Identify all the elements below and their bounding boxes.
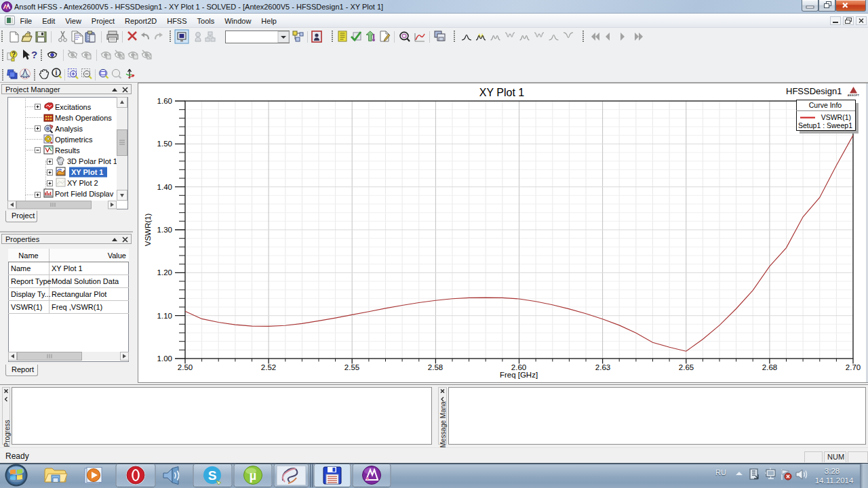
svg-text:Optimetrics: Optimetrics — [55, 136, 93, 144]
svg-text:2.55: 2.55 — [344, 363, 359, 371]
svg-text:Curve Info: Curve Info — [809, 101, 842, 109]
svg-text:µ: µ — [250, 469, 256, 483]
svg-text:1.40: 1.40 — [157, 183, 172, 191]
svg-text:Value: Value — [108, 251, 126, 260]
svg-text:1.00: 1.00 — [157, 354, 172, 363]
svg-text:1.60: 1.60 — [157, 97, 172, 105]
svg-text:Analysis: Analysis — [55, 125, 83, 133]
svg-text:ANSOFT: ANSOFT — [848, 94, 860, 97]
svg-text:VSWR(1): VSWR(1) — [821, 113, 851, 121]
svg-text:Name: Name — [18, 251, 38, 260]
svg-text:VSWR(1): VSWR(1) — [11, 303, 42, 311]
svg-text:2.52: 2.52 — [261, 363, 276, 371]
svg-text:VSWR(1): VSWR(1) — [144, 214, 152, 247]
svg-text:Excitations: Excitations — [55, 103, 92, 111]
svg-text:1.30: 1.30 — [157, 226, 172, 234]
svg-text:2.50: 2.50 — [178, 363, 193, 371]
svg-text:XY Plot 1: XY Plot 1 — [479, 87, 525, 98]
svg-text:2.68: 2.68 — [762, 363, 777, 371]
svg-text:i: i — [56, 69, 58, 77]
svg-text:3D Polar Plot 1: 3D Polar Plot 1 — [67, 157, 117, 165]
svg-text:XY Plot 2: XY Plot 2 — [67, 179, 98, 187]
svg-text:XY Plot 1: XY Plot 1 — [52, 264, 83, 272]
svg-text:Modal Solution Data: Modal Solution Data — [52, 277, 119, 285]
svg-text:?: ? — [31, 49, 37, 60]
svg-text:Freq [GHz]: Freq [GHz] — [500, 371, 538, 379]
svg-text:Setup1 : Sweep1: Setup1 : Sweep1 — [798, 121, 852, 129]
svg-text:2.65: 2.65 — [679, 363, 694, 371]
svg-text:Display Ty...: Display Ty... — [11, 290, 51, 298]
svg-text:1.50: 1.50 — [157, 140, 172, 148]
svg-text:Report Type: Report Type — [11, 277, 52, 285]
svg-text:Mesh Operations: Mesh Operations — [55, 114, 112, 122]
svg-text:2.58: 2.58 — [428, 363, 443, 371]
svg-text:1.10: 1.10 — [157, 312, 172, 320]
svg-text:2.70: 2.70 — [846, 363, 861, 371]
svg-text:1.20: 1.20 — [157, 268, 172, 277]
svg-text:HFSSDesign1: HFSSDesign1 — [786, 86, 842, 96]
svg-text:S: S — [208, 468, 217, 483]
svg-text:Name: Name — [11, 264, 31, 272]
svg-text:Freq ,VSWR(1): Freq ,VSWR(1) — [52, 303, 102, 311]
svg-text:Rectangular Plot: Rectangular Plot — [52, 290, 106, 298]
svg-text:XY Plot 1: XY Plot 1 — [71, 168, 103, 176]
svg-text:Port Field Displav: Port Field Displav — [55, 190, 114, 198]
svg-text:2.63: 2.63 — [595, 363, 610, 371]
svg-text:?: ? — [12, 51, 16, 58]
svg-text:Results: Results — [55, 146, 80, 155]
